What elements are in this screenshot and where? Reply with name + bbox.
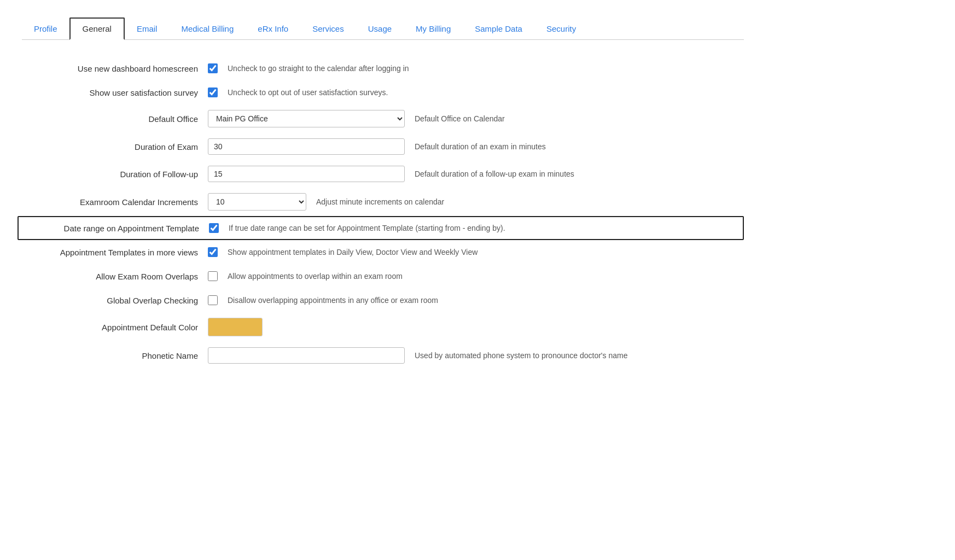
row-label-satisfaction-survey: Show user satisfaction survey (22, 88, 208, 97)
settings-row-allow-exam-room-overlaps: Allow Exam Room OverlapsAllow appointmen… (22, 264, 744, 288)
tab-usage[interactable]: Usage (356, 19, 404, 39)
select-examroom-increments[interactable]: 510152030 (208, 193, 306, 211)
row-label-duration-followup: Duration of Follow-up (22, 170, 208, 179)
row-control-phonetic-name: Used by automated phone system to pronou… (208, 347, 744, 364)
row-control-default-office: Main PG OfficeDefault Office on Calendar (208, 110, 744, 127)
tabs-navigation: ProfileGeneralEmailMedical BillingeRx In… (22, 18, 744, 40)
tab-general[interactable]: General (69, 18, 125, 40)
color-swatch-appointment-default-color[interactable] (208, 318, 263, 336)
checkbox-allow-exam-room-overlaps[interactable] (208, 271, 218, 281)
input-phonetic-name[interactable] (208, 347, 405, 364)
row-label-allow-exam-room-overlaps: Allow Exam Room Overlaps (22, 272, 208, 281)
hint-duration-followup: Default duration of a follow-up exam in … (415, 170, 574, 178)
settings-row-appointment-templates-views: Appointment Templates in more viewsShow … (22, 240, 744, 264)
row-label-global-overlap-checking: Global Overlap Checking (22, 296, 208, 305)
row-control-global-overlap-checking: Disallow overlapping appointments in any… (208, 295, 744, 305)
hint-allow-exam-room-overlaps: Allow appointments to overlap within an … (228, 272, 403, 281)
row-label-dashboard-homescreen: Use new dashboard homescreen (22, 64, 208, 73)
row-label-examroom-increments: Examroom Calendar Increments (22, 197, 208, 207)
row-control-satisfaction-survey: Uncheck to opt out of user satisfaction … (208, 88, 744, 97)
tab-security[interactable]: Security (534, 19, 588, 39)
row-label-appointment-templates-views: Appointment Templates in more views (22, 248, 208, 257)
tab-erx-info[interactable]: eRx Info (246, 19, 300, 39)
tab-profile[interactable]: Profile (22, 19, 69, 39)
checkbox-dashboard-homescreen[interactable] (208, 63, 218, 73)
select-default-office[interactable]: Main PG Office (208, 110, 405, 127)
tab-email[interactable]: Email (125, 19, 170, 39)
row-control-allow-exam-room-overlaps: Allow appointments to overlap within an … (208, 271, 744, 281)
input-duration-exam[interactable] (208, 138, 405, 155)
row-label-phonetic-name: Phonetic Name (22, 351, 208, 360)
checkbox-date-range-template[interactable] (209, 223, 219, 233)
tab-sample-data[interactable]: Sample Data (463, 19, 534, 39)
settings-row-global-overlap-checking: Global Overlap CheckingDisallow overlapp… (22, 288, 744, 312)
settings-row-duration-followup: Duration of Follow-upDefault duration of… (22, 160, 744, 188)
hint-date-range-template: If true date range can be set for Appoin… (229, 224, 505, 232)
checkbox-global-overlap-checking[interactable] (208, 295, 218, 305)
settings-row-default-office: Default OfficeMain PG OfficeDefault Offi… (22, 104, 744, 133)
row-control-examroom-increments: 510152030Adjust minute increments on cal… (208, 193, 744, 211)
tab-my-billing[interactable]: My Billing (404, 19, 463, 39)
tab-services[interactable]: Services (300, 19, 356, 39)
settings-row-dashboard-homescreen: Use new dashboard homescreenUncheck to g… (22, 56, 744, 80)
settings-row-phonetic-name: Phonetic NameUsed by automated phone sys… (22, 342, 744, 369)
row-label-date-range-template: Date range on Appointment Template (23, 224, 209, 233)
hint-examroom-increments: Adjust minute increments on calendar (316, 197, 444, 206)
row-control-date-range-template: If true date range can be set for Appoin… (209, 223, 738, 233)
settings-row-satisfaction-survey: Show user satisfaction surveyUncheck to … (22, 80, 744, 104)
row-control-appointment-default-color (208, 318, 744, 336)
row-label-appointment-default-color: Appointment Default Color (22, 323, 208, 332)
row-label-default-office: Default Office (22, 114, 208, 124)
checkbox-satisfaction-survey[interactable] (208, 88, 218, 97)
settings-row-duration-exam: Duration of ExamDefault duration of an e… (22, 133, 744, 160)
settings-row-examroom-increments: Examroom Calendar Increments510152030Adj… (22, 188, 744, 216)
row-control-duration-exam: Default duration of an exam in minutes (208, 138, 744, 155)
row-control-duration-followup: Default duration of a follow-up exam in … (208, 166, 744, 182)
calendar-settings-section: Use new dashboard homescreenUncheck to g… (22, 56, 744, 369)
hint-default-office: Default Office on Calendar (415, 114, 505, 123)
hint-dashboard-homescreen: Uncheck to go straight to the calendar a… (228, 64, 409, 73)
settings-rows-container: Use new dashboard homescreenUncheck to g… (22, 56, 744, 369)
row-control-dashboard-homescreen: Uncheck to go straight to the calendar a… (208, 63, 744, 73)
input-duration-followup[interactable] (208, 166, 405, 182)
hint-appointment-templates-views: Show appointment templates in Daily View… (228, 248, 478, 256)
settings-row-appointment-default-color: Appointment Default Color (22, 312, 744, 342)
row-label-duration-exam: Duration of Exam (22, 142, 208, 151)
hint-duration-exam: Default duration of an exam in minutes (415, 142, 546, 151)
hint-satisfaction-survey: Uncheck to opt out of user satisfaction … (228, 88, 388, 97)
hint-global-overlap-checking: Disallow overlapping appointments in any… (228, 296, 438, 305)
settings-row-date-range-template: Date range on Appointment TemplateIf tru… (18, 216, 744, 240)
checkbox-appointment-templates-views[interactable] (208, 247, 218, 257)
row-control-appointment-templates-views: Show appointment templates in Daily View… (208, 247, 744, 257)
hint-phonetic-name: Used by automated phone system to pronou… (415, 351, 627, 360)
tab-medical-billing[interactable]: Medical Billing (169, 19, 246, 39)
